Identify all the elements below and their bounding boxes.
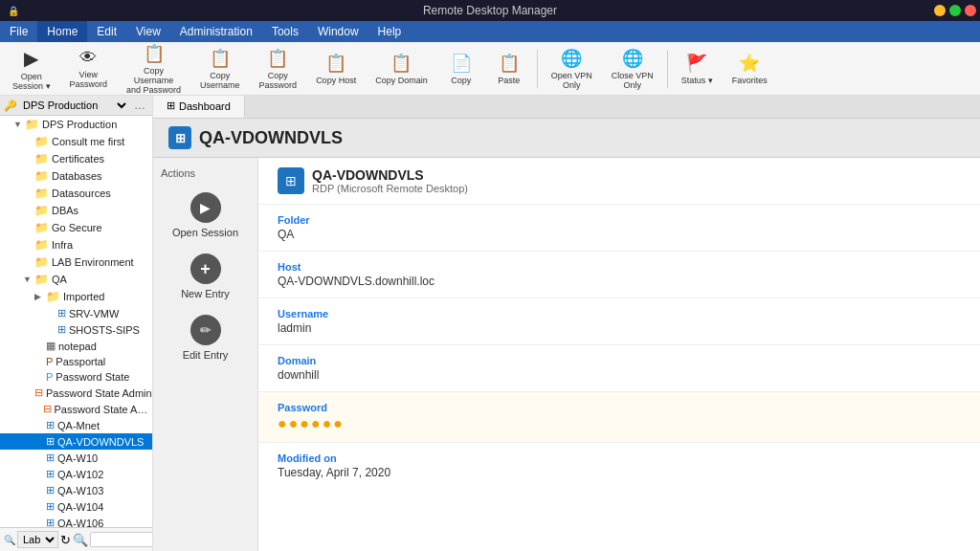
menu-home[interactable]: Home	[37, 21, 87, 42]
sidebar-item-password-state[interactable]: P Password State	[0, 369, 152, 385]
view-password-label: ViewPassword	[70, 70, 108, 89]
info-section-username: Username ladmin	[258, 298, 980, 345]
sidebar-item-qa[interactable]: ▼ 📁 QA	[0, 271, 152, 288]
folder-icon: 📁	[34, 135, 49, 148]
title-bar: 🔒 Remote Desktop Manager	[0, 0, 980, 21]
toolbar: ▶ OpenSession ▾ 👁 ViewPassword 📋 CopyUse…	[0, 42, 980, 96]
detail-title: QA-VDOWNDVLS	[199, 128, 343, 148]
info-section-password: Password ●●●●●●	[258, 392, 980, 443]
sidebar-item-password-state-admin-inte[interactable]: ⊟ Password State Admin - Inte	[0, 401, 152, 417]
open-session-action-label: Open Session	[172, 227, 238, 238]
sidebar-item-databases[interactable]: 📁 Databases	[0, 167, 152, 185]
sidebar-item-qa-vdowndvls[interactable]: ⊞ QA-VDOWNDVLS	[0, 433, 152, 450]
sidebar-item-label: notepad	[58, 341, 97, 352]
copy-username-button[interactable]: 📋 CopyUsername	[191, 43, 249, 95]
sidebar-item-label: DBAs	[52, 205, 78, 216]
copy-button[interactable]: 📄 Copy	[438, 48, 484, 90]
copy-host-label: Copy Host	[316, 76, 356, 85]
sidebar-item-label: Infra	[52, 239, 73, 251]
rdp4-icon: ⊞	[46, 452, 55, 464]
open-session-button[interactable]: ▶ OpenSession ▾	[4, 42, 59, 96]
actions-panel: Actions ▶ Open Session + New Entry	[153, 158, 258, 551]
lock-icon: 🔒	[8, 6, 19, 16]
entry-type: RDP (Microsoft Remote Desktop)	[312, 183, 468, 194]
sidebar-item-dbas[interactable]: 📁 DBAs	[0, 202, 152, 219]
sidebar-item-srv-vmw[interactable]: ⊞ SRV-VMW	[0, 305, 152, 321]
copy-user-pass-icon: 📋	[144, 43, 165, 64]
menu-tools[interactable]: Tools	[262, 21, 308, 42]
sidebar-item-qa-mnet[interactable]: ⊞ QA-Mnet	[0, 417, 152, 433]
sidebar-item-qa-w103[interactable]: ⊞ QA-W103	[0, 482, 152, 498]
expand-arrow: ▼	[23, 275, 34, 284]
actions-label: Actions	[153, 167, 195, 179]
modified-on-label: Modified on	[278, 452, 961, 464]
sidebar-more-button[interactable]: …	[131, 99, 148, 112]
sidebar-item-certificates[interactable]: 📁 Certificates	[0, 150, 152, 167]
vault-selector[interactable]: DPS Production	[19, 99, 129, 112]
sidebar-item-dps-production[interactable]: ▼ 📁 DPS Production	[0, 116, 152, 133]
sidebar-item-qa-w106[interactable]: ⊞ QA-W106	[0, 515, 152, 527]
copy-host-button[interactable]: 📋 Copy Host	[307, 48, 365, 90]
copy-password-button[interactable]: 📋 CopyPassword	[251, 43, 306, 95]
tab-dashboard[interactable]: ⊞ Dashboard	[153, 96, 245, 118]
password-value: ●●●●●●	[278, 415, 961, 432]
folder-value: QA	[278, 228, 961, 241]
sidebar-item-consult-me-first[interactable]: 📁 Consult me first	[0, 133, 152, 150]
sidebar-item-imported[interactable]: ▶ 📁 Imported	[0, 288, 152, 305]
close-vpn-only-button[interactable]: 🌐 Close VPNOnly	[603, 43, 662, 95]
sidebar-item-password-state-admin[interactable]: ⊟ Password State Admin	[0, 385, 152, 401]
star-icon: ⭐	[739, 53, 760, 74]
rdp5-icon: ⊞	[46, 468, 55, 480]
open-vpn-label: Open VPNOnly	[551, 71, 592, 90]
sidebar-item-label: Imported	[63, 291, 104, 302]
new-entry-action-label: New Entry	[181, 288, 230, 299]
rdp3-icon: ⊞	[46, 435, 55, 448]
favorites-button[interactable]: ⭐ Favorites	[724, 48, 776, 90]
toolbar-separator-1	[537, 50, 538, 88]
sidebar-item-notepad[interactable]: ▦ notepad	[0, 338, 152, 354]
main-layout: 🔑 DPS Production … ▼ 📁 DPS Production 📁 …	[0, 96, 980, 551]
modified-on-value: Tuesday, April 7, 2020	[278, 466, 961, 479]
sidebar-item-go-secure[interactable]: 📁 Go Secure	[0, 219, 152, 236]
search-icon[interactable]: 🔍	[73, 533, 88, 547]
open-session-action[interactable]: ▶ Open Session	[163, 187, 249, 244]
entry-header: ⊞ QA-VDOWNDVLS RDP (Microsoft Remote Des…	[258, 158, 980, 205]
folder-icon: 📁	[46, 290, 60, 303]
minimize-button[interactable]	[934, 5, 946, 16]
open-vpn-only-button[interactable]: 🌐 Open VPNOnly	[543, 43, 601, 95]
status-button[interactable]: 🚩 Status ▾	[673, 48, 722, 90]
search-scope-selector[interactable]: Lab	[17, 531, 58, 548]
search-input[interactable]	[90, 532, 153, 547]
edit-entry-action[interactable]: ✏ Edit Entry	[163, 309, 249, 366]
refresh-button[interactable]: ↻	[60, 533, 71, 547]
copy-domain-icon: 📋	[390, 53, 412, 74]
copy-username-password-button[interactable]: 📋 CopyUsernameand Password	[118, 38, 189, 99]
menu-file[interactable]: File	[0, 21, 37, 42]
copy-password-label: CopyPassword	[259, 71, 298, 90]
vault-icon: 🔑	[4, 99, 17, 112]
entry-icon: ⊞	[57, 323, 66, 336]
menu-help[interactable]: Help	[368, 21, 412, 42]
sidebar-item-infra[interactable]: 📁 Infra	[0, 236, 152, 253]
sidebar-item-qa-w10[interactable]: ⊞ QA-W10	[0, 450, 152, 466]
paste-button[interactable]: 📋 Paste	[486, 48, 532, 90]
sidebar-item-lab-environment[interactable]: 📁 LAB Environment	[0, 253, 152, 271]
sidebar-item-shosts-sips[interactable]: ⊞ SHOSTS-SIPS	[0, 321, 152, 338]
copy-username-label: CopyUsername	[200, 71, 240, 90]
pw2-icon: ⊟	[34, 386, 43, 399]
sidebar-item-qa-w104[interactable]: ⊞ QA-W104	[0, 498, 152, 515]
sidebar-item-label: QA	[52, 274, 67, 285]
sidebar-item-label: Consult me first	[52, 136, 124, 147]
folder-icon: 📁	[25, 118, 39, 131]
copy-domain-button[interactable]: 📋 Copy Domain	[367, 48, 436, 90]
view-password-button[interactable]: 👁 ViewPassword	[61, 43, 117, 94]
sidebar-item-passportal[interactable]: P Passportal	[0, 354, 152, 369]
menu-window[interactable]: Window	[308, 21, 368, 42]
sidebar-item-label: QA-W103	[57, 485, 103, 496]
new-entry-action[interactable]: + New Entry	[163, 248, 249, 305]
sidebar-item-datasources[interactable]: 📁 Datasources	[0, 185, 152, 202]
sidebar-item-qa-w102[interactable]: ⊞ QA-W102	[0, 466, 152, 482]
close-button[interactable]	[965, 5, 976, 16]
detail-panel: ⊞ QA-VDOWNDVLS Actions ▶ Open Session	[153, 119, 980, 551]
maximize-button[interactable]	[949, 5, 961, 16]
